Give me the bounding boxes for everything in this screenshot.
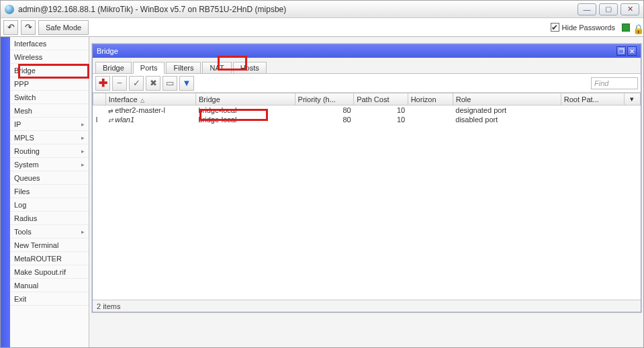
column-header[interactable]: Role bbox=[453, 93, 561, 105]
sidebar-item-metarouter[interactable]: MetaROUTER bbox=[10, 252, 89, 265]
action-bar: ✚ − ✓ ✖ ▭ ▼ Find bbox=[93, 74, 641, 93]
table-row[interactable]: I⇄wlan1bridge-local8010disabled port bbox=[93, 115, 641, 124]
sidebar-item-queues[interactable]: Queues bbox=[10, 171, 89, 185]
tab-bridge[interactable]: Bridge bbox=[95, 62, 132, 73]
table-cell bbox=[408, 115, 453, 124]
find-input[interactable]: Find bbox=[591, 77, 638, 89]
sidebar-item-label: System bbox=[14, 161, 39, 169]
sidebar-item-label: Files bbox=[14, 187, 30, 195]
table-cell: ⇄ether2-master-l bbox=[105, 105, 195, 116]
find-placeholder: Find bbox=[594, 79, 608, 87]
column-header[interactable]: Priority (h... bbox=[295, 93, 354, 105]
table-cell: I bbox=[93, 115, 106, 124]
sidebar-item-label: New Terminal bbox=[14, 241, 58, 249]
main-body: InterfacesWirelessBridgePPPSwitchMeshIP▸… bbox=[1, 37, 643, 347]
redo-button[interactable]: ↷ bbox=[21, 20, 36, 35]
sidebar-item-tools[interactable]: Tools▸ bbox=[10, 225, 89, 238]
chevron-right-icon: ▸ bbox=[81, 121, 85, 128]
table-cell bbox=[624, 115, 640, 124]
tabs: BridgePortsFiltersNATHosts bbox=[93, 58, 641, 74]
table-cell: 10 bbox=[354, 105, 408, 116]
enable-button[interactable]: ✓ bbox=[129, 76, 144, 91]
sidebar-item-exit[interactable]: Exit bbox=[10, 292, 89, 306]
column-header[interactable]: Root Pat... bbox=[561, 93, 624, 105]
bridge-restore-button[interactable]: ❐ bbox=[616, 46, 626, 56]
undo-button[interactable]: ↶ bbox=[3, 20, 18, 35]
comment-button[interactable]: ▭ bbox=[163, 76, 177, 91]
sidebar: InterfacesWirelessBridgePPPSwitchMeshIP▸… bbox=[10, 37, 89, 347]
table-cell: ⇄wlan1 bbox=[105, 115, 195, 124]
status-text: 2 items bbox=[97, 302, 120, 310]
interface-icon: ⇄ bbox=[108, 117, 113, 124]
sidebar-item-switch[interactable]: Switch bbox=[10, 91, 89, 104]
sidebar-item-wireless[interactable]: Wireless bbox=[10, 50, 89, 64]
bridge-titlebar[interactable]: Bridge ❐ ✕ bbox=[93, 44, 641, 58]
safe-mode-button[interactable]: Safe Mode bbox=[38, 20, 89, 35]
column-menu-button[interactable]: ▾ bbox=[624, 93, 640, 105]
status-bar: 2 items bbox=[93, 300, 641, 312]
table-cell bbox=[93, 105, 106, 116]
table-cell bbox=[561, 115, 624, 124]
sidebar-item-make-supout-rif[interactable]: Make Supout.rif bbox=[10, 265, 89, 279]
sidebar-item-label: PPP bbox=[14, 80, 29, 88]
bridge-close-button[interactable]: ✕ bbox=[627, 46, 637, 56]
sidebar-item-label: Bridge bbox=[14, 67, 36, 75]
add-button[interactable]: ✚ bbox=[95, 76, 110, 91]
sidebar-item-label: Manual bbox=[14, 281, 38, 290]
bridge-title: Bridge bbox=[97, 47, 118, 55]
sidebar-item-label: MPLS bbox=[14, 134, 34, 142]
sidebar-item-ip[interactable]: IP▸ bbox=[10, 118, 89, 131]
close-button[interactable]: ✕ bbox=[620, 3, 639, 15]
lock-icon: 🔒 bbox=[633, 24, 641, 32]
tab-nat[interactable]: NAT bbox=[202, 62, 231, 73]
sidebar-item-radius[interactable]: Radius bbox=[10, 212, 89, 225]
table-cell: designated port bbox=[453, 105, 561, 116]
main-toolbar: ↶ ↷ Safe Mode ✔ Hide Passwords 🔒 bbox=[1, 18, 643, 37]
sidebar-item-system[interactable]: System▸ bbox=[10, 158, 89, 171]
sidebar-item-label: Make Supout.rif bbox=[14, 268, 66, 276]
minimize-button[interactable]: — bbox=[578, 3, 596, 15]
sidebar-item-interfaces[interactable]: Interfaces bbox=[10, 37, 89, 50]
sidebar-item-mpls[interactable]: MPLS▸ bbox=[10, 131, 89, 144]
column-header[interactable]: Bridge bbox=[195, 93, 295, 105]
app-icon bbox=[5, 5, 14, 14]
column-header[interactable]: Path Cost bbox=[354, 93, 408, 105]
remove-button[interactable]: − bbox=[112, 76, 127, 91]
sidebar-item-files[interactable]: Files bbox=[10, 185, 89, 198]
table-cell: bridge-local bbox=[195, 105, 295, 116]
table-cell bbox=[561, 105, 624, 116]
sidebar-item-label: Interfaces bbox=[14, 40, 46, 48]
sidebar-item-new-terminal[interactable]: New Terminal bbox=[10, 238, 89, 252]
column-header[interactable] bbox=[93, 93, 106, 105]
window-title: admin@192.168.88.1 (MikroTik) - WinBox v… bbox=[18, 5, 578, 14]
tab-filters[interactable]: Filters bbox=[166, 62, 201, 73]
sidebar-item-label: Radius bbox=[14, 214, 37, 222]
tab-ports[interactable]: Ports bbox=[133, 62, 165, 74]
column-header[interactable]: Horizon bbox=[408, 93, 453, 105]
sidebar-item-bridge[interactable]: Bridge bbox=[10, 64, 89, 77]
checkbox-checked-icon: ✔ bbox=[551, 23, 559, 32]
titlebar: admin@192.168.88.1 (MikroTik) - WinBox v… bbox=[1, 1, 643, 18]
minus-icon: − bbox=[117, 78, 122, 88]
sidebar-item-ppp[interactable]: PPP bbox=[10, 77, 89, 91]
filter-button[interactable]: ▼ bbox=[179, 76, 194, 91]
plus-icon: ✚ bbox=[99, 77, 107, 89]
sidebar-item-mesh[interactable]: Mesh bbox=[10, 104, 89, 118]
chevron-right-icon: ▸ bbox=[81, 228, 85, 235]
hide-passwords-checkbox[interactable]: ✔ Hide Passwords bbox=[551, 23, 615, 32]
maximize-button[interactable]: ▢ bbox=[599, 3, 618, 15]
table-row[interactable]: ⇄ether2-master-lbridge-local8010designat… bbox=[93, 105, 641, 116]
sidebar-item-routing[interactable]: Routing▸ bbox=[10, 144, 89, 158]
sidebar-item-label: MetaROUTER bbox=[14, 255, 62, 263]
redo-icon: ↷ bbox=[25, 22, 32, 32]
app-window: admin@192.168.88.1 (MikroTik) - WinBox v… bbox=[0, 0, 644, 348]
table-cell bbox=[624, 105, 640, 116]
sidebar-item-log[interactable]: Log bbox=[10, 198, 89, 212]
tab-hosts[interactable]: Hosts bbox=[233, 62, 267, 73]
sidebar-item-manual[interactable]: Manual bbox=[10, 279, 89, 292]
table-cell: disabled port bbox=[453, 115, 561, 124]
sidebar-item-label: Tools bbox=[14, 228, 32, 236]
disable-button[interactable]: ✖ bbox=[146, 76, 160, 91]
sort-asc-icon: △ bbox=[140, 97, 144, 103]
column-header[interactable]: Interface△ bbox=[105, 93, 195, 105]
